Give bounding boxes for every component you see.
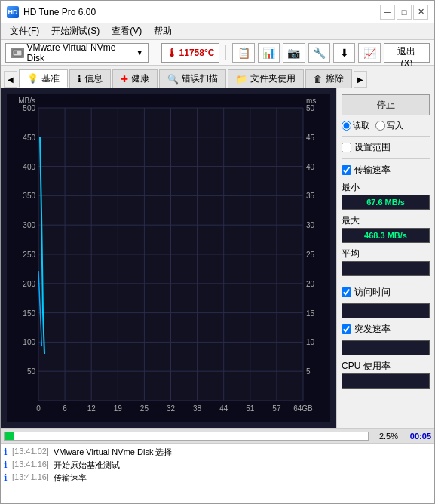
log-entry-0: ℹ [13:41.02] VMware Virtual NVme Disk 选择 [4, 447, 431, 458]
tab-benchmark[interactable]: 💡 基准 [19, 69, 68, 88]
progress-bar-fill [5, 432, 14, 440]
log-text-0: VMware Virtual NVme Disk 选择 [54, 447, 173, 458]
write-label: 写入 [387, 120, 403, 131]
tab-erase[interactable]: 🗑 擦除 [305, 69, 352, 88]
log-time-1: [13:41.16] [12, 459, 49, 469]
toolbar-separator-1 [155, 45, 155, 60]
min-value: 67.6 MB/s [342, 195, 430, 210]
tab-error-scan[interactable]: 🔍 错误扫描 [159, 69, 226, 88]
maximize-button[interactable]: □ [397, 5, 412, 20]
menu-help[interactable]: 帮助 [148, 23, 178, 39]
toolbar-btn-2[interactable]: 📊 [258, 43, 280, 63]
read-radio[interactable]: 读取 [342, 120, 369, 131]
disk-name: VMware Virtual NVme Disk [27, 42, 133, 63]
access-time-value [342, 303, 430, 318]
progress-time: 00:05 [401, 432, 431, 441]
cpu-stat: CPU 使用率 [342, 360, 430, 389]
tab-health[interactable]: ✚ 健康 [112, 69, 158, 88]
toolbar: VMware Virtual NVme Disk ▼ 🌡 11758°C 📋 📊… [1, 40, 434, 66]
burst-rate-checkbox[interactable] [342, 324, 351, 334]
log-time-2: [13:41.16] [12, 472, 49, 481]
avg-stat: 平均 ─ [342, 247, 430, 276]
max-value: 468.3 MB/s [342, 228, 430, 243]
tab-info-icon: ℹ [78, 74, 81, 85]
divider-3 [342, 281, 430, 281]
toolbar-btn-3[interactable]: 📷 [283, 43, 305, 63]
tab-info[interactable]: ℹ 信息 [69, 69, 111, 88]
svg-rect-0 [13, 50, 22, 56]
tab-health-label: 健康 [131, 72, 149, 85]
log-entry-1: ℹ [13:41.16] 开始原始基准测试 [4, 459, 431, 471]
title-bar: HD HD Tune Pro 6.00 ─ □ ✕ [1, 1, 434, 23]
log-entry-2: ℹ [13:41.16] 传输速率 [4, 472, 431, 484]
svg-rect-1 [14, 51, 17, 54]
log-time-0: [13:41.02] [12, 447, 49, 456]
main-content: 停止 读取 写入 设置范围 传输速率 [1, 88, 434, 428]
main-window: HD HD Tune Pro 6.00 ─ □ ✕ 文件(F) 开始测试(S) … [0, 0, 435, 504]
access-time-label: 访问时间 [354, 286, 391, 299]
burst-rate-label: 突发速率 [354, 323, 391, 336]
read-radio-input[interactable] [342, 121, 351, 131]
menu-bar: 文件(F) 开始测试(S) 查看(V) 帮助 [1, 23, 434, 40]
temperature-value: 11758°C [179, 48, 215, 58]
tab-info-label: 信息 [84, 72, 103, 85]
write-radio-input[interactable] [375, 121, 385, 131]
progress-percent: 2.5% [372, 432, 398, 441]
min-label: 最小 [342, 181, 430, 194]
tab-prev-button[interactable]: ◀ [4, 71, 17, 88]
progress-bar-container [4, 432, 369, 441]
window-controls: ─ □ ✕ [380, 5, 428, 20]
divider-1 [342, 136, 430, 137]
log-icon-2: ℹ [4, 472, 8, 483]
avg-value: ─ [342, 261, 430, 276]
temperature-display: 🌡 11758°C [161, 43, 220, 63]
disk-selector[interactable]: VMware Virtual NVme Disk ▼ [5, 43, 149, 63]
log-area: ℹ [13:41.02] VMware Virtual NVme Disk 选择… [1, 443, 434, 503]
tab-health-icon: ✚ [121, 74, 128, 85]
app-icon: HD [7, 6, 19, 18]
toolbar-btn-5[interactable]: ⬇ [333, 43, 355, 63]
log-icon-0: ℹ [4, 447, 8, 457]
access-time-row: 访问时间 [342, 286, 430, 299]
log-icon-1: ℹ [4, 459, 8, 470]
divider-2 [342, 158, 430, 159]
tab-benchmark-label: 基准 [41, 72, 60, 85]
thermometer-icon: 🌡 [167, 47, 177, 59]
set-range-checkbox[interactable] [342, 143, 351, 152]
disk-icon [11, 48, 24, 58]
chart-area [1, 88, 336, 428]
set-range-label: 设置范围 [354, 141, 391, 154]
toolbar-btn-1[interactable]: 📋 [232, 43, 254, 63]
read-write-radio: 读取 写入 [342, 120, 430, 131]
set-range-row: 设置范围 [342, 141, 430, 154]
toolbar-btn-6[interactable]: 📈 [358, 43, 380, 63]
transfer-rate-label: 传输速率 [354, 164, 391, 177]
transfer-rate-checkbox[interactable] [342, 165, 351, 175]
tab-erase-label: 擦除 [326, 72, 344, 85]
tab-bar: ◀ 💡 基准 ℹ 信息 ✚ 健康 🔍 错误扫描 📁 文件夹使用 🗑 擦除 ▶ [1, 66, 434, 88]
avg-label: 平均 [342, 247, 430, 260]
toolbar-separator-2 [225, 45, 226, 60]
disk-dropdown-arrow: ▼ [136, 49, 143, 57]
tab-error-scan-icon: 🔍 [167, 74, 179, 85]
menu-view[interactable]: 查看(V) [106, 23, 148, 39]
cpu-label: CPU 使用率 [342, 360, 430, 373]
write-radio[interactable]: 写入 [375, 120, 403, 131]
transfer-rate-row: 传输速率 [342, 164, 430, 177]
menu-file[interactable]: 文件(F) [4, 23, 45, 39]
access-time-checkbox[interactable] [342, 287, 351, 297]
right-panel: 停止 读取 写入 设置范围 传输速率 [336, 88, 434, 428]
log-text-1: 开始原始基准测试 [54, 459, 120, 471]
cpu-value [342, 373, 430, 389]
tab-folder-usage[interactable]: 📁 文件夹使用 [228, 69, 304, 88]
max-label: 最大 [342, 214, 430, 227]
exit-button[interactable]: 退出(X) [384, 43, 430, 63]
menu-start[interactable]: 开始测试(S) [45, 23, 106, 39]
minimize-button[interactable]: ─ [380, 5, 395, 20]
log-text-2: 传输速率 [54, 472, 87, 484]
close-button[interactable]: ✕ [413, 5, 428, 20]
toolbar-btn-4[interactable]: 🔧 [308, 43, 330, 63]
tab-next-button[interactable]: ▶ [354, 71, 367, 88]
stop-button[interactable]: 停止 [342, 94, 430, 115]
tab-folder-usage-icon: 📁 [236, 74, 247, 85]
